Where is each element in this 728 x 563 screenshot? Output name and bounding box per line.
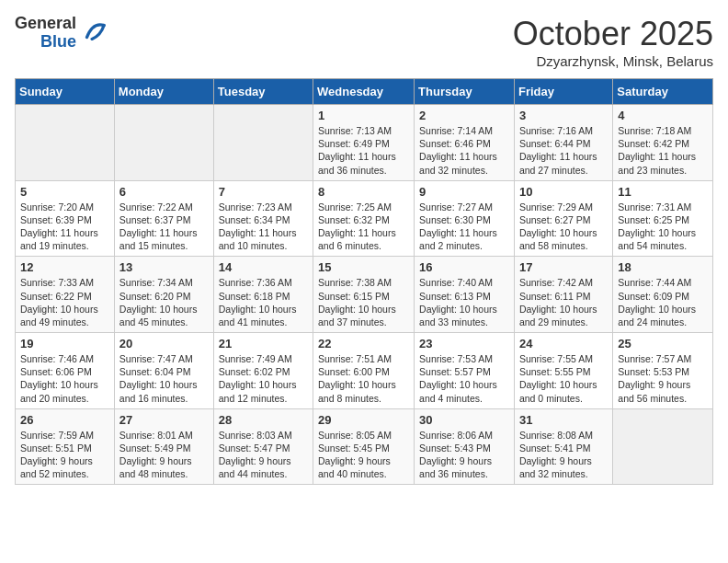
day-number: 29 <box>318 413 409 427</box>
logo: General Blue <box>15 15 106 52</box>
day-number: 10 <box>519 185 608 199</box>
day-number: 17 <box>519 260 608 274</box>
calendar-cell: 20Sunrise: 7:47 AM Sunset: 6:04 PM Dayli… <box>114 333 213 409</box>
weekday-header-tuesday: Tuesday <box>213 79 313 105</box>
calendar-cell: 19Sunrise: 7:46 AM Sunset: 6:06 PM Dayli… <box>16 333 115 409</box>
day-info: Sunrise: 7:33 AM Sunset: 6:22 PM Dayligh… <box>20 276 109 328</box>
calendar-week-1: 1Sunrise: 7:13 AM Sunset: 6:49 PM Daylig… <box>16 105 713 181</box>
day-info: Sunrise: 7:23 AM Sunset: 6:34 PM Dayligh… <box>219 201 308 253</box>
calendar-cell: 6Sunrise: 7:22 AM Sunset: 6:37 PM Daylig… <box>114 180 213 257</box>
day-info: Sunrise: 7:38 AM Sunset: 6:15 PM Dayligh… <box>318 276 409 328</box>
logo-blue: Blue <box>40 33 76 52</box>
day-info: Sunrise: 7:42 AM Sunset: 6:11 PM Dayligh… <box>519 276 608 328</box>
day-number: 15 <box>318 260 409 274</box>
day-number: 18 <box>618 260 708 274</box>
day-info: Sunrise: 8:05 AM Sunset: 5:45 PM Dayligh… <box>318 429 409 481</box>
weekday-header-row: SundayMondayTuesdayWednesdayThursdayFrid… <box>16 79 713 105</box>
calendar-cell: 21Sunrise: 7:49 AM Sunset: 6:02 PM Dayli… <box>213 333 313 409</box>
month-title: October 2025 <box>513 15 713 53</box>
calendar-cell: 17Sunrise: 7:42 AM Sunset: 6:11 PM Dayli… <box>514 257 612 333</box>
day-number: 19 <box>20 337 109 350</box>
day-info: Sunrise: 8:03 AM Sunset: 5:47 PM Dayligh… <box>219 429 308 481</box>
day-number: 1 <box>318 109 409 122</box>
day-info: Sunrise: 7:53 AM Sunset: 5:57 PM Dayligh… <box>419 352 509 405</box>
calendar-cell: 31Sunrise: 8:08 AM Sunset: 5:41 PM Dayli… <box>514 408 612 485</box>
calendar-cell: 9Sunrise: 7:27 AM Sunset: 6:30 PM Daylig… <box>415 180 515 257</box>
weekday-header-saturday: Saturday <box>613 79 713 105</box>
day-info: Sunrise: 7:47 AM Sunset: 6:04 PM Dayligh… <box>119 352 209 405</box>
day-info: Sunrise: 7:31 AM Sunset: 6:25 PM Dayligh… <box>618 201 708 253</box>
calendar-cell: 27Sunrise: 8:01 AM Sunset: 5:49 PM Dayli… <box>114 408 213 485</box>
calendar-body: 1Sunrise: 7:13 AM Sunset: 6:49 PM Daylig… <box>16 105 713 485</box>
calendar-cell: 13Sunrise: 7:34 AM Sunset: 6:20 PM Dayli… <box>114 257 213 333</box>
day-info: Sunrise: 7:59 AM Sunset: 5:51 PM Dayligh… <box>20 429 109 481</box>
location: Dzyarzhynsk, Minsk, Belarus <box>513 53 713 69</box>
calendar-cell <box>613 408 713 485</box>
day-info: Sunrise: 7:36 AM Sunset: 6:18 PM Dayligh… <box>219 276 308 328</box>
day-number: 30 <box>419 413 509 427</box>
day-number: 20 <box>119 337 209 350</box>
day-number: 27 <box>119 413 209 427</box>
calendar-cell: 29Sunrise: 8:05 AM Sunset: 5:45 PM Dayli… <box>313 408 415 485</box>
day-number: 6 <box>119 185 209 199</box>
day-info: Sunrise: 7:55 AM Sunset: 5:55 PM Dayligh… <box>519 352 608 405</box>
day-info: Sunrise: 7:49 AM Sunset: 6:02 PM Dayligh… <box>219 352 308 405</box>
calendar-cell: 2Sunrise: 7:14 AM Sunset: 6:46 PM Daylig… <box>415 105 515 181</box>
calendar-week-4: 19Sunrise: 7:46 AM Sunset: 6:06 PM Dayli… <box>16 333 713 409</box>
day-number: 24 <box>519 337 608 350</box>
day-number: 7 <box>219 185 308 199</box>
day-number: 25 <box>618 337 708 350</box>
day-info: Sunrise: 7:40 AM Sunset: 6:13 PM Dayligh… <box>419 276 509 328</box>
calendar-cell: 14Sunrise: 7:36 AM Sunset: 6:18 PM Dayli… <box>213 257 313 333</box>
day-info: Sunrise: 7:29 AM Sunset: 6:27 PM Dayligh… <box>519 201 608 253</box>
calendar-cell: 23Sunrise: 7:53 AM Sunset: 5:57 PM Dayli… <box>415 333 515 409</box>
calendar-cell <box>114 105 213 181</box>
calendar-cell: 12Sunrise: 7:33 AM Sunset: 6:22 PM Dayli… <box>16 257 115 333</box>
calendar-cell <box>213 105 313 181</box>
day-number: 5 <box>20 185 109 199</box>
calendar-cell: 1Sunrise: 7:13 AM Sunset: 6:49 PM Daylig… <box>313 105 415 181</box>
logo-general: General <box>15 15 76 33</box>
calendar-week-5: 26Sunrise: 7:59 AM Sunset: 5:51 PM Dayli… <box>16 408 713 485</box>
day-info: Sunrise: 7:51 AM Sunset: 6:00 PM Dayligh… <box>318 352 409 405</box>
day-info: Sunrise: 7:16 AM Sunset: 6:44 PM Dayligh… <box>519 124 608 177</box>
calendar-cell: 16Sunrise: 7:40 AM Sunset: 6:13 PM Dayli… <box>415 257 515 333</box>
calendar-week-3: 12Sunrise: 7:33 AM Sunset: 6:22 PM Dayli… <box>16 257 713 333</box>
weekday-header-sunday: Sunday <box>16 79 115 105</box>
calendar-cell: 8Sunrise: 7:25 AM Sunset: 6:32 PM Daylig… <box>313 180 415 257</box>
title-block: October 2025 Dzyarzhynsk, Minsk, Belarus <box>513 15 713 69</box>
day-number: 28 <box>219 413 308 427</box>
day-number: 14 <box>219 260 308 274</box>
day-info: Sunrise: 7:46 AM Sunset: 6:06 PM Dayligh… <box>20 352 109 405</box>
day-info: Sunrise: 7:25 AM Sunset: 6:32 PM Dayligh… <box>318 201 409 253</box>
day-number: 23 <box>419 337 509 350</box>
weekday-header-monday: Monday <box>114 79 213 105</box>
day-number: 4 <box>618 109 708 122</box>
day-info: Sunrise: 7:13 AM Sunset: 6:49 PM Dayligh… <box>318 124 409 177</box>
calendar-week-2: 5Sunrise: 7:20 AM Sunset: 6:39 PM Daylig… <box>16 180 713 257</box>
day-number: 12 <box>20 260 109 274</box>
page-header: General Blue October 2025 Dzyarzhynsk, M… <box>15 15 713 69</box>
day-number: 3 <box>519 109 608 122</box>
day-info: Sunrise: 7:57 AM Sunset: 5:53 PM Dayligh… <box>618 352 708 405</box>
calendar-table: SundayMondayTuesdayWednesdayThursdayFrid… <box>15 78 713 485</box>
calendar-cell: 3Sunrise: 7:16 AM Sunset: 6:44 PM Daylig… <box>514 105 612 181</box>
calendar-cell: 18Sunrise: 7:44 AM Sunset: 6:09 PM Dayli… <box>613 257 713 333</box>
calendar-cell: 25Sunrise: 7:57 AM Sunset: 5:53 PM Dayli… <box>613 333 713 409</box>
calendar-cell: 24Sunrise: 7:55 AM Sunset: 5:55 PM Dayli… <box>514 333 612 409</box>
day-info: Sunrise: 7:27 AM Sunset: 6:30 PM Dayligh… <box>419 201 509 253</box>
calendar-cell: 10Sunrise: 7:29 AM Sunset: 6:27 PM Dayli… <box>514 180 612 257</box>
day-info: Sunrise: 7:34 AM Sunset: 6:20 PM Dayligh… <box>119 276 209 328</box>
day-info: Sunrise: 7:44 AM Sunset: 6:09 PM Dayligh… <box>618 276 708 328</box>
calendar-cell: 11Sunrise: 7:31 AM Sunset: 6:25 PM Dayli… <box>613 180 713 257</box>
calendar-cell: 7Sunrise: 7:23 AM Sunset: 6:34 PM Daylig… <box>213 180 313 257</box>
weekday-header-friday: Friday <box>514 79 612 105</box>
calendar-cell: 15Sunrise: 7:38 AM Sunset: 6:15 PM Dayli… <box>313 257 415 333</box>
day-number: 9 <box>419 185 509 199</box>
calendar-cell: 28Sunrise: 8:03 AM Sunset: 5:47 PM Dayli… <box>213 408 313 485</box>
weekday-header-wednesday: Wednesday <box>313 79 415 105</box>
calendar-cell: 26Sunrise: 7:59 AM Sunset: 5:51 PM Dayli… <box>16 408 115 485</box>
day-info: Sunrise: 8:01 AM Sunset: 5:49 PM Dayligh… <box>119 429 209 481</box>
day-info: Sunrise: 8:06 AM Sunset: 5:43 PM Dayligh… <box>419 429 509 481</box>
day-number: 13 <box>119 260 209 274</box>
